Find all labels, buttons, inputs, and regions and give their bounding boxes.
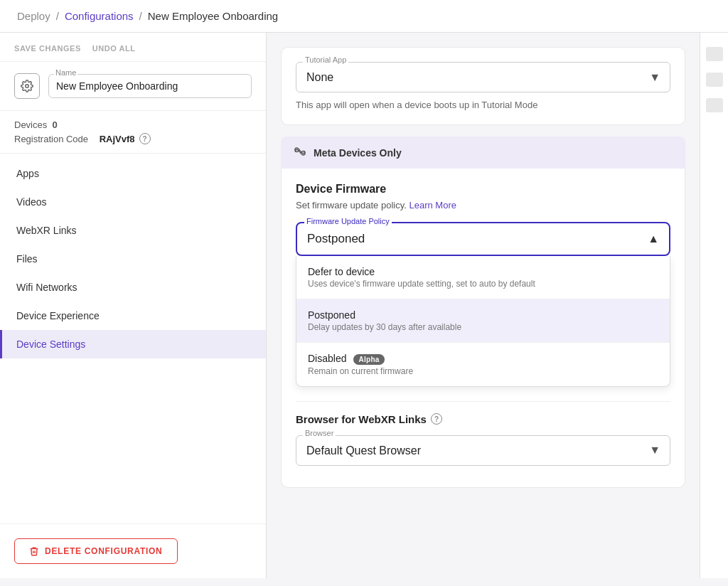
sidebar-toolbar: SAVE CHANGES UNDO ALL — [0, 33, 266, 62]
firmware-chevron-up-icon: ▲ — [648, 233, 659, 245]
tutorial-app-hint: This app will open when a device boots u… — [296, 100, 670, 110]
name-label: Name — [54, 68, 77, 77]
browser-field-label: Browser — [303, 429, 336, 437]
firmware-option-defer[interactable]: Defer to device Uses device's firmware u… — [296, 256, 670, 299]
config-icon — [14, 73, 40, 99]
name-input[interactable] — [48, 74, 252, 98]
name-field-wrap: Name — [48, 74, 252, 98]
breadcrumb-sep2: / — [139, 10, 142, 22]
main-layout: SAVE CHANGES UNDO ALL Name Devices 0 — [0, 33, 728, 578]
meta-devices-section: Meta Devices Only Device Firmware Set fi… — [281, 137, 685, 488]
firmware-option-disabled-desc: Remain on current firmware — [308, 366, 658, 376]
firmware-options-list: Defer to device Uses device's firmware u… — [296, 256, 670, 387]
learn-more-link[interactable]: Learn More — [409, 200, 456, 211]
right-panel-item-3 — [706, 98, 723, 112]
undo-all-button[interactable]: UNDO ALL — [92, 44, 136, 53]
sidebar-meta: Devices 0 Registration Code RAjVvf8 ? — [0, 111, 266, 154]
firmware-title: Device Firmware — [296, 183, 670, 196]
sidebar-item-device-experience[interactable]: Device Experience — [0, 302, 266, 330]
name-section: Name — [0, 62, 266, 111]
firmware-option-postponed[interactable]: Postponed Delay updates by 30 days after… — [296, 299, 670, 343]
breadcrumb-sep1: / — [56, 10, 59, 22]
firmware-selected-text: Postponed — [307, 232, 365, 246]
sidebar-item-files[interactable]: Files — [0, 245, 266, 273]
reg-label: Registration Code — [14, 134, 88, 144]
devices-label: Devices — [14, 119, 47, 130]
firmware-option-disabled-title: Disabled Alpha — [308, 353, 658, 365]
meta-content: Device Firmware Set firmware update poli… — [281, 169, 685, 488]
right-panel-item-1 — [706, 47, 723, 61]
sidebar-delete-section: DELETE CONFIGURATION — [0, 523, 266, 578]
firmware-desc: Set firmware update policy. Learn More — [296, 200, 670, 211]
breadcrumb-deploy[interactable]: Deploy — [17, 10, 50, 22]
firmware-selected-value[interactable]: Postponed ▲ — [297, 223, 669, 255]
firmware-option-defer-desc: Uses device's firmware update setting, s… — [308, 279, 658, 289]
meta-section-header: Meta Devices Only — [281, 137, 685, 169]
tutorial-app-select[interactable]: None App 1 App 2 — [296, 62, 670, 92]
browser-title-text: Browser for WebXR Links — [296, 413, 427, 425]
reg-code-value: RAjVvf8 — [100, 134, 135, 144]
tutorial-app-label: Tutorial App — [303, 55, 348, 64]
sidebar-item-device-settings[interactable]: Device Settings — [0, 330, 266, 358]
browser-section: Browser for WebXR Links ? Browser Defaul… — [296, 401, 670, 466]
right-panel-item-2 — [706, 73, 723, 87]
browser-title: Browser for WebXR Links ? — [296, 413, 670, 425]
sidebar-item-videos[interactable]: Videos — [0, 188, 266, 216]
firmware-option-defer-title: Defer to device — [308, 266, 658, 277]
tutorial-app-field-wrap: Tutorial App None App 1 App 2 ▼ — [296, 62, 670, 92]
right-panel — [700, 33, 728, 578]
breadcrumb-configurations[interactable]: Configurations — [65, 10, 134, 22]
browser-field-wrap: Browser Default Quest Browser Firefox Re… — [296, 435, 670, 466]
svg-point-0 — [26, 85, 29, 88]
browser-help-icon[interactable]: ? — [431, 413, 442, 425]
help-icon[interactable]: ? — [139, 133, 151, 144]
breadcrumb-bar: Deploy / Configurations / New Employee O… — [0, 0, 728, 33]
sidebar-nav: Apps Videos WebXR Links Files Wifi Netwo… — [0, 154, 266, 523]
sidebar-item-apps[interactable]: Apps — [0, 159, 266, 188]
save-changes-button[interactable]: SAVE CHANGES — [14, 44, 81, 53]
device-firmware-section: Device Firmware Set firmware update poli… — [296, 183, 670, 387]
firmware-option-postponed-title: Postponed — [308, 309, 658, 321]
meta-section-title: Meta Devices Only — [314, 147, 402, 159]
trash-icon — [29, 546, 39, 556]
firmware-desc-text: Set firmware update policy. — [296, 200, 407, 211]
reg-line: Registration Code RAjVvf8 ? — [14, 133, 252, 144]
alpha-badge: Alpha — [353, 354, 384, 365]
meta-logo-icon — [292, 145, 308, 160]
devices-count: 0 — [52, 119, 57, 130]
sidebar: SAVE CHANGES UNDO ALL Name Devices 0 — [0, 33, 267, 578]
firmware-policy-label: Firmware Update Policy — [304, 217, 392, 225]
meta-infinity-icon — [292, 146, 308, 156]
content-area: Tutorial App None App 1 App 2 ▼ This app… — [267, 33, 700, 578]
devices-line: Devices 0 — [14, 119, 252, 130]
firmware-update-policy-dropdown[interactable]: Firmware Update Policy Postponed ▲ — [296, 222, 670, 256]
tutorial-app-card: Tutorial App None App 1 App 2 ▼ This app… — [281, 47, 685, 125]
sidebar-item-wifi-networks[interactable]: Wifi Networks — [0, 273, 266, 302]
delete-configuration-label: DELETE CONFIGURATION — [45, 546, 163, 556]
firmware-option-postponed-desc: Delay updates by 30 days after available — [308, 322, 658, 332]
delete-configuration-button[interactable]: DELETE CONFIGURATION — [14, 538, 178, 564]
browser-select[interactable]: Default Quest Browser Firefox Reality Wo… — [296, 435, 670, 466]
firmware-option-disabled[interactable]: Disabled Alpha Remain on current firmwar… — [296, 343, 670, 386]
breadcrumb-current: New Employee Onboarding — [148, 10, 278, 22]
sidebar-item-webxr-links[interactable]: WebXR Links — [0, 216, 266, 245]
